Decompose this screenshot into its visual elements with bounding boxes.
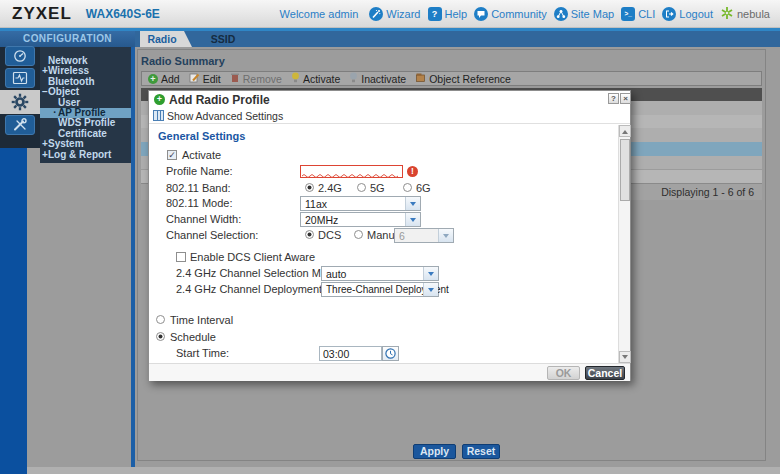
- configuration-gear-icon[interactable]: [0, 90, 40, 114]
- selection-option-dcs[interactable]: DCS: [318, 229, 341, 241]
- reset-button[interactable]: Reset: [462, 444, 500, 459]
- manual-channel-select: 6: [394, 228, 454, 243]
- item-label: AP Profile: [58, 107, 106, 118]
- dialog-title: Add Radio Profile: [169, 93, 270, 107]
- sitemap-link[interactable]: Site Map: [554, 7, 614, 21]
- selection-radio-manual[interactable]: [354, 230, 363, 239]
- edit-icon: [189, 72, 200, 85]
- activate-label: Activate: [182, 149, 221, 161]
- wizard-label: Wizard: [386, 8, 420, 20]
- chevron-down-icon: [438, 229, 453, 242]
- activate-button[interactable]: Activate: [291, 72, 340, 85]
- page-title: Radio Summary: [141, 55, 225, 67]
- edit-label: Edit: [203, 73, 221, 85]
- object-reference-button[interactable]: Object Reference: [415, 72, 511, 85]
- ok-button[interactable]: OK: [547, 366, 580, 380]
- cancel-button[interactable]: Cancel: [585, 366, 625, 380]
- clock-icon: [385, 348, 396, 359]
- maintenance-tools-icon[interactable]: [5, 115, 35, 135]
- apply-button[interactable]: Apply: [413, 444, 456, 459]
- channel-deployment-select[interactable]: Three-Channel Deployment: [321, 282, 439, 297]
- start-time-label: Start Time:: [176, 347, 229, 359]
- item-label: User: [58, 97, 80, 108]
- monitor-icon[interactable]: [5, 68, 35, 88]
- columns-icon: [153, 110, 164, 121]
- help-link[interactable]: ? Help: [428, 7, 468, 21]
- bulb-on-icon: [291, 72, 300, 85]
- channel-deployment-label: 2.4 GHz Channel Deployment:: [176, 283, 325, 295]
- mode-select[interactable]: 11ax: [300, 196, 421, 211]
- time-interval-radio[interactable]: [156, 315, 165, 324]
- chat-bubble-icon: [474, 7, 488, 21]
- item-label: System: [48, 138, 84, 149]
- remove-label: Remove: [243, 73, 282, 85]
- sidebar-item-log-report[interactable]: +Log & Report: [40, 150, 131, 160]
- error-icon: !: [407, 166, 418, 177]
- pager-text: Displaying 1 - 6 of 6: [661, 186, 754, 198]
- time-interval-label[interactable]: Time Interval: [170, 314, 233, 326]
- channel-width-value: 20MHz: [305, 214, 338, 226]
- sidebar-item-object[interactable]: −Object: [40, 87, 131, 97]
- dcs-client-aware-checkbox[interactable]: [176, 252, 186, 262]
- inactivate-button[interactable]: Inactivate: [349, 72, 406, 85]
- dashboard-icon[interactable]: [5, 46, 35, 66]
- table-toolbar: + Add Edit Remove Activate Inactivate Ob…: [141, 71, 762, 86]
- help-label: Help: [445, 8, 468, 20]
- nebula-label: nebula: [737, 8, 770, 20]
- wizard-link[interactable]: Wizard: [369, 7, 420, 21]
- band-radio-24g[interactable]: [305, 183, 314, 192]
- band-option-5g[interactable]: 5G: [370, 182, 385, 194]
- dcs-client-aware-label: Enable DCS Client Aware: [190, 251, 315, 263]
- chevron-down-icon: [423, 267, 438, 280]
- band-radio-5g[interactable]: [357, 183, 366, 192]
- dialog-help-button[interactable]: ?: [608, 93, 619, 104]
- topbar: ZYXEL WAX640S-6E Welcome admin Wizard ? …: [0, 0, 780, 28]
- configuration-header: CONFIGURATION: [0, 31, 135, 47]
- add-icon: +: [154, 94, 165, 105]
- scrollbar-thumb[interactable]: [620, 139, 630, 201]
- tab-radio[interactable]: Radio: [140, 31, 192, 47]
- close-icon[interactable]: ×: [620, 93, 631, 104]
- schedule-label[interactable]: Schedule: [170, 331, 216, 343]
- edit-button[interactable]: Edit: [189, 72, 221, 85]
- show-advanced-row[interactable]: Show Advanced Settings: [149, 107, 630, 124]
- chevron-down-icon: [405, 197, 420, 210]
- channel-width-select[interactable]: 20MHz: [300, 212, 421, 227]
- nebula-link[interactable]: nebula: [720, 6, 770, 22]
- chevron-down-icon: [423, 283, 438, 296]
- section-title: General Settings: [158, 130, 245, 142]
- device-model: WAX640S-6E: [86, 7, 160, 21]
- tab-ssid[interactable]: SSID: [197, 31, 249, 47]
- profile-name-input[interactable]: [300, 165, 403, 178]
- community-link[interactable]: Community: [474, 7, 547, 21]
- add-button[interactable]: + Add: [148, 73, 180, 85]
- start-time-input[interactable]: [319, 346, 382, 361]
- cli-link[interactable]: >_ CLI: [621, 7, 655, 21]
- object-reference-icon: [415, 72, 426, 85]
- community-label: Community: [491, 8, 547, 20]
- band-option-6g[interactable]: 6G: [416, 182, 431, 194]
- selection-method-select[interactable]: auto: [321, 266, 439, 281]
- scroll-up-arrow[interactable]: [619, 125, 631, 137]
- sitemap-label: Site Map: [571, 8, 614, 20]
- item-label: WDS Profile: [58, 117, 115, 128]
- activate-checkbox[interactable]: ✓: [167, 150, 177, 160]
- dialog-scrollbar: [618, 125, 630, 363]
- channel-width-label: Channel Width:: [166, 213, 241, 225]
- item-label: Bluetooth: [48, 76, 95, 87]
- remove-button[interactable]: Remove: [230, 72, 282, 85]
- band-radio-6g[interactable]: [403, 183, 412, 192]
- zyxel-logo: ZYXEL: [12, 4, 72, 24]
- time-picker-button[interactable]: [382, 346, 399, 361]
- selection-radio-dcs[interactable]: [305, 230, 314, 239]
- logout-link[interactable]: Logout: [662, 7, 713, 21]
- help-icon: ?: [428, 7, 442, 21]
- tab-bar: Radio SSID: [135, 31, 780, 47]
- scroll-down-arrow[interactable]: [619, 351, 631, 363]
- band-option-24g[interactable]: 2.4G: [318, 182, 342, 194]
- selection-method-value: auto: [326, 268, 346, 280]
- schedule-radio[interactable]: [156, 332, 165, 341]
- bulb-off-icon: [349, 72, 358, 85]
- item-label: Object: [48, 86, 79, 97]
- item-label: Wireless: [48, 65, 89, 76]
